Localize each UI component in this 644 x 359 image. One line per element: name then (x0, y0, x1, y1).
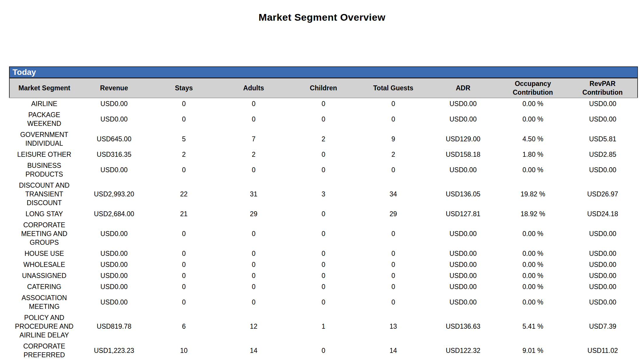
cell-revenue: USD0.00 (79, 98, 149, 109)
cell-revenue: USD2,684.00 (79, 208, 149, 219)
page-title: Market Segment Overview (0, 12, 644, 23)
cell-adr: USD127.81 (428, 208, 498, 219)
cell-adults: 14 (219, 341, 288, 359)
cell-stays: 0 (149, 219, 219, 248)
cell-children: 0 (288, 160, 358, 180)
table-row: LONG STAYUSD2,684.002129029USD127.8118.9… (9, 208, 638, 219)
table-row: DISCOUNT AND TRANSIENT DISCOUNTUSD2,993.… (9, 180, 638, 208)
market-segment-table: Market SegmentRevenueStaysAdultsChildren… (9, 78, 638, 359)
cell-stays: 2 (149, 149, 219, 160)
cell-revpar_contribution: USD0.00 (568, 219, 638, 248)
cell-total_guests: 0 (358, 248, 428, 259)
cell-total_guests: 0 (358, 270, 428, 281)
cell-revenue: USD0.00 (79, 259, 149, 270)
cell-total_guests: 34 (358, 180, 428, 208)
cell-children: 2 (288, 129, 358, 149)
cell-stays: 0 (149, 98, 219, 109)
cell-adr: USD0.00 (428, 109, 498, 129)
cell-segment: LEISURE OTHER (9, 149, 79, 160)
cell-revpar_contribution: USD0.00 (568, 248, 638, 259)
cell-stays: 21 (149, 208, 219, 219)
cell-segment: CORPORATE PREFERRED (9, 341, 79, 359)
column-header-adults: Adults (219, 78, 288, 98)
cell-segment: HOUSE USE (9, 248, 79, 259)
cell-revpar_contribution: USD26.97 (568, 180, 638, 208)
table-row: BUSINESS PRODUCTSUSD0.000000USD0.000.00 … (9, 160, 638, 180)
cell-revpar_contribution: USD0.00 (568, 160, 638, 180)
cell-segment: AIRLINE (9, 98, 79, 109)
cell-total_guests: 0 (358, 259, 428, 270)
cell-occupancy_contribution: 0.00 % (498, 281, 568, 292)
cell-revenue: USD0.00 (79, 248, 149, 259)
cell-stays: 0 (149, 160, 219, 180)
cell-total_guests: 0 (358, 281, 428, 292)
cell-revenue: USD1,223.23 (79, 341, 149, 359)
cell-total_guests: 0 (358, 160, 428, 180)
cell-stays: 0 (149, 281, 219, 292)
cell-children: 0 (288, 270, 358, 281)
column-header-total_guests: Total Guests (358, 78, 428, 98)
cell-adr: USD129.00 (428, 129, 498, 149)
table-row: CORPORATE PREFERREDUSD1,223.231014014USD… (9, 341, 638, 359)
cell-segment: DISCOUNT AND TRANSIENT DISCOUNT (9, 180, 79, 208)
cell-adr: USD0.00 (428, 270, 498, 281)
cell-occupancy_contribution: 18.92 % (498, 208, 568, 219)
cell-occupancy_contribution: 1.80 % (498, 149, 568, 160)
cell-adr: USD0.00 (428, 292, 498, 312)
cell-total_guests: 0 (358, 109, 428, 129)
cell-revenue: USD0.00 (79, 270, 149, 281)
header-row: Market SegmentRevenueStaysAdultsChildren… (9, 78, 638, 98)
cell-total_guests: 0 (358, 219, 428, 248)
cell-occupancy_contribution: 0.00 % (498, 259, 568, 270)
table-row: LEISURE OTHERUSD316.352202USD158.181.80 … (9, 149, 638, 160)
cell-revpar_contribution: USD0.00 (568, 109, 638, 129)
cell-occupancy_contribution: 0.00 % (498, 109, 568, 129)
report-page: Market Segment Overview Today Market Seg… (0, 0, 644, 359)
cell-revpar_contribution: USD2.85 (568, 149, 638, 160)
column-header-occupancy_contribution: Occupancy Contribution (498, 78, 568, 98)
cell-stays: 5 (149, 129, 219, 149)
cell-total_guests: 0 (358, 292, 428, 312)
section-label: Today (13, 68, 36, 77)
cell-adults: 0 (219, 98, 288, 109)
cell-revenue: USD0.00 (79, 219, 149, 248)
cell-occupancy_contribution: 0.00 % (498, 98, 568, 109)
cell-revpar_contribution: USD7.39 (568, 312, 638, 341)
cell-total_guests: 9 (358, 129, 428, 149)
cell-adults: 0 (219, 292, 288, 312)
cell-adr: USD0.00 (428, 98, 498, 109)
cell-adults: 0 (219, 219, 288, 248)
cell-adr: USD0.00 (428, 160, 498, 180)
cell-revenue: USD819.78 (79, 312, 149, 341)
cell-children: 0 (288, 281, 358, 292)
cell-revpar_contribution: USD24.18 (568, 208, 638, 219)
cell-adr: USD0.00 (428, 248, 498, 259)
cell-children: 0 (288, 248, 358, 259)
cell-segment: ASSOCIATION MEETING (9, 292, 79, 312)
cell-revenue: USD316.35 (79, 149, 149, 160)
cell-adr: USD0.00 (428, 219, 498, 248)
cell-stays: 0 (149, 292, 219, 312)
cell-adults: 2 (219, 149, 288, 160)
cell-segment: PACKAGE WEEKEND (9, 109, 79, 129)
market-segment-report: Today Market SegmentRevenueStaysAdultsCh… (9, 66, 638, 359)
cell-segment: CATERING (9, 281, 79, 292)
cell-revpar_contribution: USD0.00 (568, 259, 638, 270)
cell-segment: UNASSIGNED (9, 270, 79, 281)
cell-adults: 0 (219, 160, 288, 180)
table-row: ASSOCIATION MEETINGUSD0.000000USD0.000.0… (9, 292, 638, 312)
cell-revenue: USD2,993.20 (79, 180, 149, 208)
cell-children: 0 (288, 109, 358, 129)
cell-adults: 0 (219, 248, 288, 259)
cell-total_guests: 0 (358, 98, 428, 109)
cell-children: 0 (288, 292, 358, 312)
cell-adr: USD136.05 (428, 180, 498, 208)
section-header-today: Today (9, 66, 638, 78)
cell-children: 0 (288, 149, 358, 160)
table-row: GOVERNMENT INDIVIDUALUSD645.005729USD129… (9, 129, 638, 149)
table-row: CORPORATE MEETING AND GROUPSUSD0.000000U… (9, 219, 638, 248)
cell-revpar_contribution: USD0.00 (568, 281, 638, 292)
cell-revpar_contribution: USD0.00 (568, 270, 638, 281)
column-header-stays: Stays (149, 78, 219, 98)
cell-occupancy_contribution: 0.00 % (498, 270, 568, 281)
